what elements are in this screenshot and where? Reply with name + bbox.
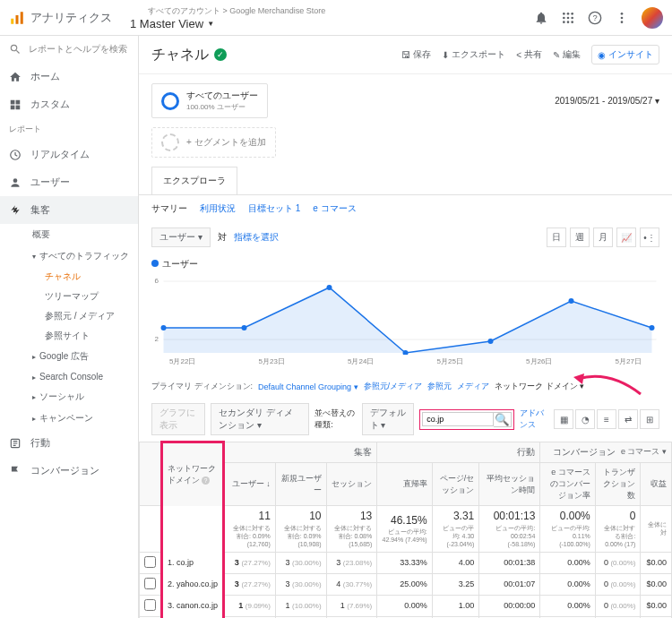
nav-acq-referrals[interactable]: 参照サイト xyxy=(0,326,138,346)
view-pivot-icon[interactable]: ⊞ xyxy=(640,409,659,429)
share-button[interactable]: < 共有 xyxy=(516,48,542,61)
export-button[interactable]: ⬇ エクスポート xyxy=(442,48,505,61)
cell-pages: 1.00 xyxy=(432,595,479,616)
metric-dropdown[interactable]: ユーザー ▾ xyxy=(151,227,211,247)
chart-legend: ユーザー xyxy=(151,258,659,270)
cell-new-users: 3 (30.00%) xyxy=(275,573,326,595)
cell-users: 3 (27.27%) xyxy=(224,573,276,595)
nav-acq-google-ads[interactable]: Google 広告 xyxy=(0,346,138,367)
subtab-goals[interactable]: 目標セット 1 xyxy=(248,202,300,215)
segment-all-users[interactable]: すべてのユーザー100.00% ユーザー xyxy=(151,83,268,118)
sort-type-dropdown[interactable]: デフォルト ▾ xyxy=(362,403,415,435)
user-icon xyxy=(9,176,22,189)
add-segment-button[interactable]: + セグメントを追加 xyxy=(151,127,276,158)
view-selector[interactable]: 1 Master View ▼ xyxy=(130,17,325,30)
table-search-input[interactable] xyxy=(422,412,494,426)
nav-acq-source-medium[interactable]: 参照元 / メディア xyxy=(0,306,138,326)
sidebar-search[interactable]: レポートとヘルプを検索 xyxy=(0,36,138,63)
notifications-icon[interactable] xyxy=(534,11,548,25)
nav-acq-channels[interactable]: チャネル xyxy=(0,267,138,287)
svg-point-10 xyxy=(567,21,570,23)
plot-rows-button[interactable]: グラフに表示 xyxy=(151,403,205,435)
row-checkbox[interactable] xyxy=(144,556,156,568)
flag-icon xyxy=(9,465,22,477)
svg-point-35 xyxy=(650,325,655,330)
nav-acq-campaigns[interactable]: キャンペーン xyxy=(0,408,138,429)
chart-type-motion-icon[interactable]: •⋮ xyxy=(640,227,659,247)
table-row: 2. yahoo.co.jp3 (27.27%)3 (30.00%)4 (30.… xyxy=(140,573,672,595)
subtab-usage[interactable]: 利用状況 xyxy=(200,202,236,215)
col-header-users[interactable]: ユーザー ↓ xyxy=(224,463,276,506)
view-percentage-icon[interactable]: ◔ xyxy=(575,409,595,429)
col-header-duration[interactable]: 平均セッション時間 xyxy=(479,463,540,506)
more-icon[interactable] xyxy=(615,11,629,25)
row-checkbox[interactable] xyxy=(144,578,156,589)
secondary-dimension-dropdown[interactable]: セカンダリ ディメンション ▾ xyxy=(211,403,309,435)
cell-domain[interactable]: 2. yahoo.co.jp xyxy=(162,573,224,595)
nav-custom[interactable]: カスタム xyxy=(0,90,138,118)
view-performance-icon[interactable]: ≡ xyxy=(597,409,616,429)
dim-default-channel[interactable]: Default Channel Grouping ▾ xyxy=(258,382,358,391)
col-header-pages[interactable]: ページ/セッション xyxy=(432,463,479,506)
chart-type-line-icon[interactable]: 📈 xyxy=(616,227,636,247)
row-checkbox[interactable] xyxy=(144,599,156,611)
advanced-filter-link[interactable]: アドバンス xyxy=(520,408,548,431)
edit-button[interactable]: ✎ 編集 xyxy=(553,48,581,61)
data-table: ネットワーク ドメイン? 集客 行動 コンバージョン e コマース ▾ ユーザー… xyxy=(139,441,672,618)
dim-source-medium[interactable]: 参照元/メディア xyxy=(364,381,423,392)
col-group-conversion: コンバージョン e コマース ▾ xyxy=(540,442,672,463)
nav-acq-overview[interactable]: 概要 xyxy=(0,224,138,245)
apps-icon[interactable] xyxy=(561,11,575,25)
col-header-sessions[interactable]: セッション xyxy=(326,463,377,506)
save-button[interactable]: 🖫 保存 xyxy=(401,48,431,61)
svg-point-29 xyxy=(161,325,167,330)
help-icon[interactable]: ? xyxy=(588,11,602,25)
svg-point-16 xyxy=(621,21,624,23)
insight-button[interactable]: ◉インサイト xyxy=(591,45,659,64)
granularity-day[interactable]: 日 xyxy=(547,227,566,247)
col-header-trans[interactable]: トランザクション数 xyxy=(595,463,641,506)
nav-acq-social[interactable]: ソーシャル xyxy=(0,386,138,408)
tab-explorer[interactable]: エクスプローラ xyxy=(151,167,237,194)
view-table-icon[interactable]: ▦ xyxy=(554,409,573,429)
subtab-ecom[interactable]: e コマース xyxy=(313,202,356,215)
granularity-week[interactable]: 週 xyxy=(570,227,590,247)
nav-conversions[interactable]: コンバージョン xyxy=(0,457,138,485)
dim-network-domain[interactable]: ネットワーク ドメイン ▾ xyxy=(495,381,584,392)
granularity-month[interactable]: 月 xyxy=(593,227,613,247)
left-sidebar: レポートとヘルプを検索 ホーム カスタム レポート リアルタイム ユーザー 集客… xyxy=(0,36,139,618)
col-header-ecom-rate[interactable]: e コマースのコンバージョン率 xyxy=(540,463,595,506)
nav-audience[interactable]: ユーザー xyxy=(0,168,138,196)
col-header-revenue[interactable]: 収益 xyxy=(641,463,672,506)
date-range-picker[interactable]: 2019/05/21 - 2019/05/27 ▾ xyxy=(555,96,659,106)
col-header-new-users[interactable]: 新規ユーザー xyxy=(275,463,326,506)
nav-realtime[interactable]: リアルタイム xyxy=(0,141,138,168)
cell-domain[interactable]: 1. co.jp xyxy=(162,552,224,573)
nav-home[interactable]: ホーム xyxy=(0,63,138,90)
table-search-button[interactable]: 🔍 xyxy=(494,412,512,427)
dim-medium[interactable]: メディア xyxy=(457,381,489,392)
nav-behavior[interactable]: 行動 xyxy=(0,429,138,457)
svg-point-3 xyxy=(563,13,565,15)
nav-acq-treemap[interactable]: ツリーマップ xyxy=(0,287,138,306)
svg-point-6 xyxy=(563,16,565,19)
metric-select-link[interactable]: 指標を選択 xyxy=(234,231,279,244)
subtab-summary[interactable]: サマリー xyxy=(151,202,187,215)
table-row: 1. co.jp3 (27.27%)3 (30.00%)3 (23.08%)33… xyxy=(140,552,672,573)
nav-acq-all-traffic[interactable]: すべてのトラフィック xyxy=(0,245,138,267)
view-comparison-icon[interactable]: ⇄ xyxy=(618,409,638,429)
behavior-icon xyxy=(9,437,22,450)
cell-domain[interactable]: 3. canon.co.jp xyxy=(162,595,224,616)
main-content: チャネル✓ 🖫 保存 ⬇ エクスポート < 共有 ✎ 編集 ◉インサイト すべて… xyxy=(139,36,672,618)
nav-acq-search-console[interactable]: Search Console xyxy=(0,367,138,386)
svg-point-8 xyxy=(571,16,573,19)
cell-sessions: 3 (23.08%) xyxy=(326,552,377,573)
clock-icon xyxy=(9,149,22,161)
dim-source[interactable]: 参照元 xyxy=(427,381,452,392)
dashboard-icon xyxy=(9,99,22,111)
cell-duration: 00:01:38 xyxy=(479,552,540,573)
user-avatar[interactable] xyxy=(642,7,663,29)
col-group-behavior: 行動 xyxy=(377,442,540,463)
nav-acquisition[interactable]: 集客 xyxy=(0,196,138,224)
col-header-bounce[interactable]: 直帰率 xyxy=(377,463,432,506)
